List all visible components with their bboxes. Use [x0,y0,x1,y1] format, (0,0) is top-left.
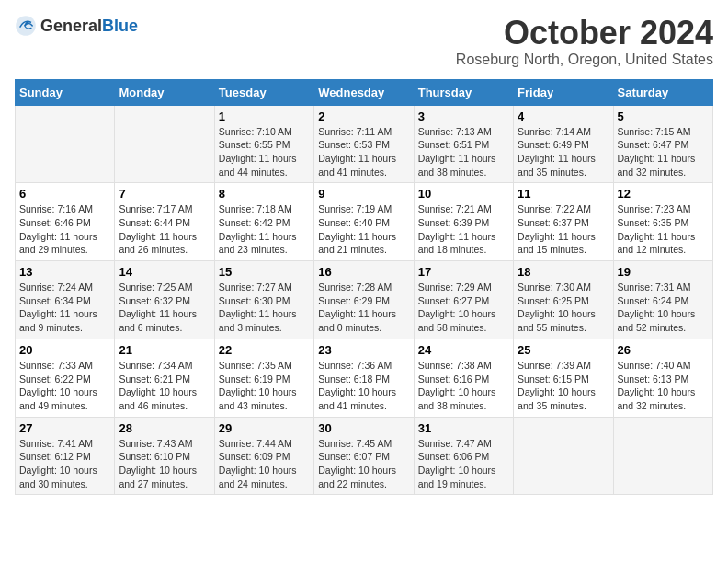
day-number: 9 [318,187,409,201]
day-number: 3 [418,109,509,123]
day-detail: Sunrise: 7:41 AMSunset: 6:12 PMDaylight:… [19,437,110,491]
day-number: 27 [19,421,110,435]
day-detail: Sunrise: 7:10 AMSunset: 6:55 PMDaylight:… [219,125,310,179]
day-detail: Sunrise: 7:15 AMSunset: 6:47 PMDaylight:… [618,125,709,179]
day-detail: Sunrise: 7:14 AMSunset: 6:49 PMDaylight:… [518,125,609,179]
calendar-cell: 4Sunrise: 7:14 AMSunset: 6:49 PMDaylight… [514,105,613,183]
day-number: 10 [418,187,509,201]
day-detail: Sunrise: 7:17 AMSunset: 6:44 PMDaylight:… [119,202,210,257]
day-detail: Sunrise: 7:30 AMSunset: 6:25 PMDaylight:… [518,281,609,335]
day-detail: Sunrise: 7:39 AMSunset: 6:15 PMDaylight:… [518,359,609,413]
calendar-cell: 28Sunrise: 7:43 AMSunset: 6:10 PMDayligh… [115,417,214,495]
calendar-cell: 9Sunrise: 7:19 AMSunset: 6:40 PMDaylight… [314,183,414,261]
page-header: GeneralBlue October 2024 Roseburg North,… [15,15,713,68]
calendar-cell [115,105,214,183]
calendar-cell: 27Sunrise: 7:41 AMSunset: 6:12 PMDayligh… [16,417,115,495]
day-detail: Sunrise: 7:25 AMSunset: 6:32 PMDaylight:… [119,281,210,335]
header-saturday: Saturday [613,79,712,105]
calendar-cell: 2Sunrise: 7:11 AMSunset: 6:53 PMDaylight… [314,105,414,183]
day-number: 18 [518,265,609,279]
day-number: 31 [418,421,509,435]
calendar-cell: 11Sunrise: 7:22 AMSunset: 6:37 PMDayligh… [514,183,613,261]
day-detail: Sunrise: 7:44 AMSunset: 6:09 PMDaylight:… [219,437,310,491]
day-number: 30 [318,421,409,435]
day-number: 16 [318,265,409,279]
day-number: 5 [618,109,709,123]
day-detail: Sunrise: 7:16 AMSunset: 6:46 PMDaylight:… [19,202,110,257]
calendar-cell: 3Sunrise: 7:13 AMSunset: 6:51 PMDaylight… [414,105,513,183]
day-number: 20 [19,343,110,357]
day-detail: Sunrise: 7:43 AMSunset: 6:10 PMDaylight:… [119,437,210,491]
calendar-cell: 29Sunrise: 7:44 AMSunset: 6:09 PMDayligh… [214,417,313,495]
calendar-table: Sunday Monday Tuesday Wednesday Thursday… [15,79,713,496]
day-number: 17 [418,265,509,279]
logo-general: GeneralBlue [40,17,138,35]
day-number: 14 [119,265,210,279]
calendar-cell: 22Sunrise: 7:35 AMSunset: 6:19 PMDayligh… [214,339,313,417]
logo: GeneralBlue [15,15,138,37]
calendar-cell: 19Sunrise: 7:31 AMSunset: 6:24 PMDayligh… [613,261,712,339]
calendar-cell: 7Sunrise: 7:17 AMSunset: 6:44 PMDaylight… [115,183,214,261]
day-number: 26 [618,343,709,357]
day-detail: Sunrise: 7:11 AMSunset: 6:53 PMDaylight:… [318,125,409,179]
calendar-cell: 23Sunrise: 7:36 AMSunset: 6:18 PMDayligh… [314,339,414,417]
calendar-cell: 16Sunrise: 7:28 AMSunset: 6:29 PMDayligh… [314,261,414,339]
day-number: 21 [119,343,210,357]
calendar-cell: 26Sunrise: 7:40 AMSunset: 6:13 PMDayligh… [613,339,712,417]
day-number: 1 [219,109,310,123]
calendar-cell: 25Sunrise: 7:39 AMSunset: 6:15 PMDayligh… [514,339,613,417]
header-monday: Monday [115,79,214,105]
week-row-5: 27Sunrise: 7:41 AMSunset: 6:12 PMDayligh… [16,417,713,495]
day-detail: Sunrise: 7:21 AMSunset: 6:39 PMDaylight:… [418,202,509,257]
week-row-2: 6Sunrise: 7:16 AMSunset: 6:46 PMDaylight… [16,183,713,261]
day-detail: Sunrise: 7:33 AMSunset: 6:22 PMDaylight:… [19,359,110,413]
day-number: 8 [219,187,310,201]
day-detail: Sunrise: 7:34 AMSunset: 6:21 PMDaylight:… [119,359,210,413]
day-detail: Sunrise: 7:22 AMSunset: 6:37 PMDaylight:… [518,202,609,257]
day-number: 7 [119,187,210,201]
week-row-4: 20Sunrise: 7:33 AMSunset: 6:22 PMDayligh… [16,339,713,417]
calendar-cell: 14Sunrise: 7:25 AMSunset: 6:32 PMDayligh… [115,261,214,339]
day-detail: Sunrise: 7:27 AMSunset: 6:30 PMDaylight:… [219,281,310,335]
day-detail: Sunrise: 7:35 AMSunset: 6:19 PMDaylight:… [219,359,310,413]
calendar-cell [514,417,613,495]
day-number: 2 [318,109,409,123]
day-number: 22 [219,343,310,357]
calendar-cell: 1Sunrise: 7:10 AMSunset: 6:55 PMDaylight… [214,105,313,183]
header-thursday: Thursday [414,79,513,105]
day-number: 19 [618,265,709,279]
day-detail: Sunrise: 7:47 AMSunset: 6:06 PMDaylight:… [418,437,509,491]
day-number: 28 [119,421,210,435]
calendar-cell: 8Sunrise: 7:18 AMSunset: 6:42 PMDaylight… [214,183,313,261]
location-title: Roseburg North, Oregon, United States [456,52,713,68]
day-detail: Sunrise: 7:19 AMSunset: 6:40 PMDaylight:… [318,202,409,257]
calendar-cell: 24Sunrise: 7:38 AMSunset: 6:16 PMDayligh… [414,339,513,417]
calendar-cell: 20Sunrise: 7:33 AMSunset: 6:22 PMDayligh… [16,339,115,417]
header-sunday: Sunday [16,79,115,105]
calendar-cell: 21Sunrise: 7:34 AMSunset: 6:21 PMDayligh… [115,339,214,417]
calendar-cell [16,105,115,183]
day-detail: Sunrise: 7:24 AMSunset: 6:34 PMDaylight:… [19,281,110,335]
header-friday: Friday [514,79,613,105]
day-number: 25 [518,343,609,357]
day-number: 13 [19,265,110,279]
day-number: 11 [518,187,609,201]
calendar-cell: 13Sunrise: 7:24 AMSunset: 6:34 PMDayligh… [16,261,115,339]
day-number: 29 [219,421,310,435]
calendar-cell: 17Sunrise: 7:29 AMSunset: 6:27 PMDayligh… [414,261,513,339]
title-area: October 2024 Roseburg North, Oregon, Uni… [456,15,713,68]
calendar-cell: 5Sunrise: 7:15 AMSunset: 6:47 PMDaylight… [613,105,712,183]
day-detail: Sunrise: 7:18 AMSunset: 6:42 PMDaylight:… [219,202,310,257]
calendar-header-row: Sunday Monday Tuesday Wednesday Thursday… [16,79,713,105]
day-number: 24 [418,343,509,357]
day-detail: Sunrise: 7:38 AMSunset: 6:16 PMDaylight:… [418,359,509,413]
week-row-3: 13Sunrise: 7:24 AMSunset: 6:34 PMDayligh… [16,261,713,339]
day-number: 23 [318,343,409,357]
day-detail: Sunrise: 7:23 AMSunset: 6:35 PMDaylight:… [618,202,709,257]
calendar-cell: 15Sunrise: 7:27 AMSunset: 6:30 PMDayligh… [214,261,313,339]
calendar-cell: 18Sunrise: 7:30 AMSunset: 6:25 PMDayligh… [514,261,613,339]
day-detail: Sunrise: 7:13 AMSunset: 6:51 PMDaylight:… [418,125,509,179]
calendar-cell [613,417,712,495]
day-detail: Sunrise: 7:40 AMSunset: 6:13 PMDaylight:… [618,359,709,413]
calendar-cell: 30Sunrise: 7:45 AMSunset: 6:07 PMDayligh… [314,417,414,495]
